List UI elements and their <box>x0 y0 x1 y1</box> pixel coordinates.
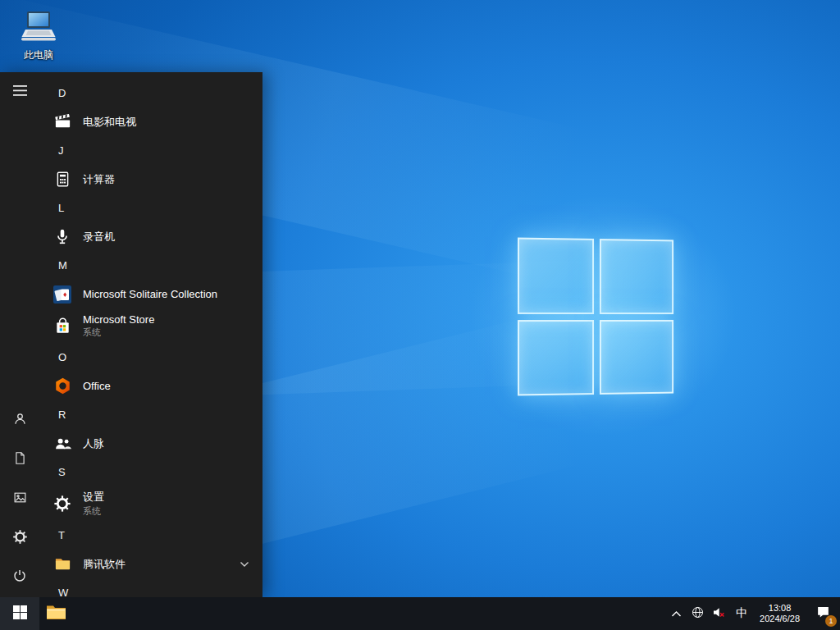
app-section-letter-m[interactable]: M <box>39 251 262 280</box>
taskbar: 中 13:08 2024/6/28 1 <box>0 597 840 630</box>
app-section-letter-d[interactable]: D <box>39 79 262 107</box>
settings-button[interactable] <box>0 518 39 558</box>
documents-button[interactable] <box>0 440 39 479</box>
app-item-office[interactable]: Office <box>39 372 262 400</box>
folder-icon <box>49 551 75 578</box>
settings-gear-icon <box>49 491 75 517</box>
ime-indicator[interactable]: 中 <box>729 597 754 630</box>
solitaire-icon <box>49 281 75 308</box>
app-label: 计算器 <box>83 172 115 187</box>
logo-pane <box>600 239 673 314</box>
taskbar-clock[interactable]: 13:08 2024/6/28 <box>754 597 806 630</box>
logo-pane <box>518 238 594 314</box>
app-label: 人脉 <box>83 436 104 451</box>
app-label: 录音机 <box>83 230 115 244</box>
app-label: Office <box>83 380 111 392</box>
app-item-tencent-folder[interactable]: 腾讯软件 <box>39 550 262 578</box>
app-section-letter-w[interactable]: W <box>39 578 262 597</box>
laptop-icon <box>20 10 57 46</box>
pictures-icon <box>12 491 28 508</box>
user-account-button[interactable] <box>0 400 39 440</box>
app-section-letter-t[interactable]: T <box>39 521 262 550</box>
system-tray: 中 13:08 2024/6/28 1 <box>665 597 840 630</box>
logo-pane <box>600 319 673 395</box>
movies-tv-icon <box>49 109 75 135</box>
app-item-solitaire[interactable]: Microsoft Solitaire Collection <box>39 280 262 308</box>
chevron-down-icon[interactable] <box>240 561 249 568</box>
app-item-calculator[interactable]: 计算器 <box>39 165 262 194</box>
start-menu-app-list: D 电影和电视 J 计算器 L 录音机 M <box>39 72 262 597</box>
network-button[interactable] <box>687 597 708 630</box>
desktop-icon-this-pc[interactable]: 此电脑 <box>7 7 71 66</box>
documents-icon <box>13 450 27 469</box>
user-avatar-icon <box>12 411 28 430</box>
tray-overflow-button[interactable] <box>665 597 687 630</box>
app-section-letter-l[interactable]: L <box>39 194 262 222</box>
action-center-button[interactable]: 1 <box>806 597 840 630</box>
logo-pane <box>518 320 594 396</box>
taskbar-empty-area <box>72 597 665 630</box>
app-label: Microsoft Store <box>83 313 154 326</box>
app-label: 腾讯软件 <box>83 557 126 572</box>
network-globe-icon <box>691 605 705 623</box>
file-explorer-icon <box>46 604 66 624</box>
calculator-icon <box>49 167 75 193</box>
desktop-icon-label: 此电脑 <box>24 48 53 62</box>
power-icon <box>12 568 27 587</box>
volume-button[interactable] <box>708 597 729 630</box>
clock-time: 13:08 <box>769 603 792 614</box>
app-item-settings[interactable]: 设置 系统 <box>39 486 262 521</box>
people-icon <box>49 431 75 457</box>
chevron-up-icon <box>671 606 682 621</box>
app-sublabel: 系统 <box>83 505 104 518</box>
file-explorer-button[interactable] <box>39 597 72 630</box>
start-menu-rail <box>0 72 39 597</box>
app-section-letter-r[interactable]: R <box>39 400 262 429</box>
app-section-letter-s[interactable]: S <box>39 458 262 486</box>
start-menu: D 电影和电视 J 计算器 L 录音机 M <box>0 72 262 597</box>
store-icon <box>49 313 75 339</box>
app-sublabel: 系统 <box>83 326 154 339</box>
settings-gear-icon <box>12 529 28 548</box>
hamburger-icon <box>13 84 27 99</box>
app-item-movies-tv[interactable]: 电影和电视 <box>39 107 262 136</box>
desktop-screen: 此电脑 <box>0 0 840 630</box>
power-button[interactable] <box>0 558 39 597</box>
app-section-letter-o[interactable]: O <box>39 343 262 372</box>
app-label: 电影和电视 <box>83 115 136 130</box>
app-label: Microsoft Solitaire Collection <box>83 288 217 300</box>
app-item-voice-recorder[interactable]: 录音机 <box>39 222 262 251</box>
app-item-people[interactable]: 人脉 <box>39 429 262 458</box>
pictures-button[interactable] <box>0 479 39 518</box>
app-section-letter-j[interactable]: J <box>39 136 262 165</box>
app-item-microsoft-store[interactable]: Microsoft Store 系统 <box>39 308 262 343</box>
clock-date: 2024/6/28 <box>760 614 800 624</box>
volume-muted-icon <box>711 605 726 623</box>
start-button[interactable] <box>0 597 39 630</box>
app-label: 设置 <box>83 490 104 504</box>
windows-wallpaper-logo <box>518 238 673 396</box>
office-icon <box>49 373 75 399</box>
expand-menu-button[interactable] <box>0 72 39 112</box>
voice-recorder-icon <box>49 224 75 250</box>
notification-badge: 1 <box>825 615 837 627</box>
start-windows-icon <box>13 605 27 623</box>
